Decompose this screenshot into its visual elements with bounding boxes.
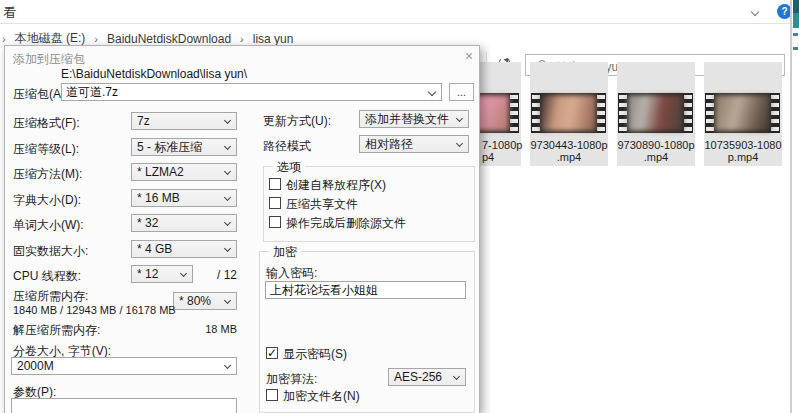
filmstrip-sprockets-icon	[510, 95, 518, 131]
dictionary-select[interactable]: * 16 MB	[131, 189, 237, 207]
archive-name-input[interactable]	[61, 83, 442, 101]
sfx-checkbox[interactable]	[269, 178, 281, 190]
filmstrip-sprockets-icon	[684, 95, 692, 131]
solid-size-select[interactable]: * 4 GB	[131, 240, 237, 258]
decompress-memory-label: 解压缩所需内存:	[13, 322, 100, 339]
chevron-down-icon	[224, 297, 231, 304]
file-name: 9730890-1080p .mp4	[617, 139, 695, 163]
filmstrip-sprockets-icon	[532, 95, 540, 131]
file-item[interactable]: 10735903-1080 p.mp4	[704, 62, 782, 166]
browse-button[interactable]: ...	[449, 83, 474, 101]
breadcrumb-chevron-icon[interactable]: ›	[94, 33, 98, 45]
cpu-threads-label: CPU 线程数:	[13, 268, 81, 285]
close-icon[interactable]: ×	[457, 46, 480, 66]
filmstrip-sprockets-icon	[706, 95, 714, 131]
chevron-down-icon	[453, 373, 460, 380]
decompress-memory-value: 18 MB	[155, 323, 237, 335]
level-label: 压缩等级(L):	[13, 141, 79, 158]
filmstrip-sprockets-icon	[597, 95, 605, 131]
breadcrumb-item-subfolder[interactable]: lisa yun	[253, 32, 294, 46]
video-thumbnail-icon	[531, 93, 606, 133]
encryption-group-title: 加密	[269, 244, 301, 261]
window-edge-divider	[790, 0, 792, 413]
update-mode-select[interactable]: 添加并替换文件	[359, 110, 469, 128]
cpu-threads-select[interactable]: * 12	[131, 265, 193, 283]
delete-after-checkbox-label[interactable]: 操作完成后删除源文件	[286, 215, 406, 232]
level-select[interactable]: 5 - 标准压缩	[131, 138, 237, 156]
path-mode-label: 路径模式	[263, 138, 311, 155]
memory-usage-value: 1840 MB / 12943 MB / 16178 MB	[13, 304, 176, 316]
sfx-checkbox-label[interactable]: 创建自释放程序(X)	[286, 177, 386, 194]
dialog-title: 添加到压缩包	[13, 51, 85, 68]
file-name: 7-1080p p4	[482, 139, 524, 163]
background-window-fragment	[793, 0, 799, 13]
chevron-down-icon	[224, 168, 231, 175]
file-name: 10735903-1080 p.mp4	[704, 139, 782, 163]
chevron-down-icon	[224, 117, 231, 124]
parameters-input[interactable]	[11, 398, 237, 413]
volume-size-combo[interactable]: 2000M	[11, 357, 237, 375]
encryption-method-label: 加密算法:	[266, 371, 317, 388]
background-window-fragment	[793, 47, 798, 50]
method-label: 压缩方法(M):	[13, 166, 82, 183]
thumbnail-image	[628, 95, 683, 131]
background-window-fragment	[793, 13, 799, 28]
update-mode-label: 更新方式(U):	[263, 113, 331, 130]
word-size-select[interactable]: * 32	[131, 214, 237, 232]
explorer-window: 看 ? › 本地磁盘 (E:) › BaiduNetdiskDownload ›…	[0, 0, 799, 413]
background-window-fragment	[793, 33, 798, 36]
password-input[interactable]	[265, 281, 466, 299]
archive-label: 压缩包(A)	[13, 86, 65, 103]
chevron-down-icon	[224, 219, 231, 226]
show-password-checkbox[interactable]	[266, 347, 278, 359]
shared-files-checkbox-label[interactable]: 压缩共享文件	[286, 196, 358, 213]
breadcrumb-chevron-icon[interactable]: ›	[2, 33, 6, 45]
video-thumbnail-icon	[705, 93, 780, 133]
filmstrip-sprockets-icon	[771, 95, 779, 131]
memory-usage-label: 压缩所需内存:	[13, 288, 88, 305]
encrypt-names-checkbox-label[interactable]: 加密文件名(N)	[283, 388, 360, 405]
format-label: 压缩格式(F):	[13, 115, 80, 132]
breadcrumb-item-folder[interactable]: BaiduNetdiskDownload	[107, 32, 231, 46]
word-size-label: 单词大小(W):	[13, 217, 84, 234]
thumbnail-image	[541, 95, 596, 131]
chevron-down-icon	[456, 140, 463, 147]
options-group-title: 选项	[273, 159, 305, 176]
chevron-down-icon	[224, 143, 231, 150]
dictionary-label: 字典大小(D):	[13, 192, 81, 209]
shared-files-checkbox[interactable]	[269, 197, 281, 209]
breadcrumb-chevron-icon[interactable]: ›	[240, 33, 244, 45]
memory-percent-select[interactable]: * 80%	[173, 292, 237, 310]
file-item[interactable]: 9730443-1080p .mp4	[530, 62, 608, 166]
encrypt-names-checkbox[interactable]	[266, 389, 278, 401]
format-select[interactable]: 7z	[131, 112, 237, 130]
file-name: 9730443-1080p .mp4	[530, 139, 608, 163]
add-to-archive-dialog: 添加到压缩包 × 压缩包(A) E:\BaiduNetdiskDownload\…	[4, 45, 480, 413]
show-password-checkbox-label[interactable]: 显示密码(S)	[283, 346, 347, 363]
chevron-down-icon	[224, 362, 231, 369]
chevron-down-icon	[456, 115, 463, 122]
archive-path: E:\BaiduNetdiskDownload\lisa yun\	[61, 67, 247, 81]
video-thumbnail-icon	[618, 93, 693, 133]
file-item[interactable]: 9730890-1080p .mp4	[617, 62, 695, 166]
ribbon-strip: 看 ?	[0, 0, 799, 24]
ribbon-collapse-chevron-icon[interactable]	[751, 8, 759, 16]
cpu-threads-max: / 12	[197, 268, 237, 282]
chevron-down-icon	[180, 270, 187, 277]
solid-size-label: 固实数据大小:	[13, 243, 88, 260]
ribbon-tab-view-partial[interactable]: 看	[3, 4, 16, 22]
delete-after-checkbox[interactable]	[269, 216, 281, 228]
chevron-down-icon	[224, 245, 231, 252]
encryption-method-select[interactable]: AES-256	[388, 368, 466, 386]
password-label: 输入密码:	[266, 265, 317, 282]
method-select[interactable]: * LZMA2	[131, 163, 237, 181]
chevron-down-icon	[224, 194, 231, 201]
thumbnail-image	[715, 95, 770, 131]
path-mode-select[interactable]: 相对路径	[359, 135, 469, 153]
filmstrip-sprockets-icon	[619, 95, 627, 131]
